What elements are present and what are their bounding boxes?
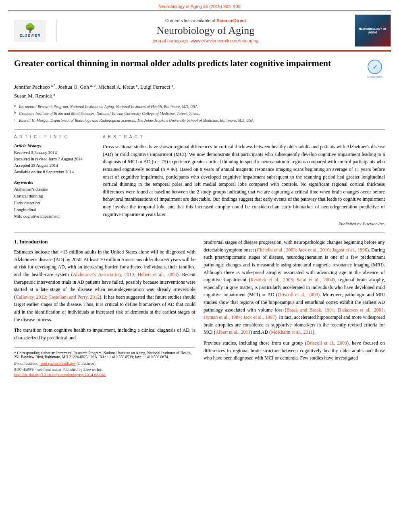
affiliation-a: a Intramural Research Program, National … <box>14 104 385 110</box>
keyword-mci: Mild cognitive impairment <box>14 213 95 220</box>
affiliation-b: b Graduate Institute of Brain and Mind S… <box>14 110 385 116</box>
header-divider <box>8 50 391 52</box>
aff-text-b: Graduate Institute of Brain and Mind Sci… <box>19 110 200 116</box>
elsevier-text: ELSEVIER <box>19 33 41 37</box>
journal-cover-text: NEUROBIOLOGY OF AGING <box>355 25 391 36</box>
aff-text-a: Intramural Research Program, National In… <box>19 104 197 110</box>
abstract-footer: Published by Elsevier Inc. <box>103 221 385 226</box>
page: Neurobiology of Aging 36 (2015) 903–908 … <box>0 0 399 532</box>
aff-sup-c: c <box>14 117 19 123</box>
intro-title: Introduction <box>19 239 48 245</box>
right-paragraph-1: prodromal stages of disease progression,… <box>204 239 385 336</box>
aff-sup-b: b <box>14 110 19 116</box>
sciencedirect-link[interactable]: ScienceDirect <box>217 18 246 23</box>
sciencedirect-line: Contents lists available at ScienceDirec… <box>165 18 246 23</box>
ref-braak[interactable]: Braak and Braak, 1991; Dickerson et al.,… <box>204 307 385 320</box>
header-center: Contents lists available at ScienceDirec… <box>60 18 351 43</box>
ref-alzheimers[interactable]: Alzheimer's Association, 2010; Hebert et… <box>73 272 177 277</box>
ref-albert[interactable]: Albert et al., 2011 <box>216 329 251 335</box>
author-michael: Michael A. Kraut c, <box>98 84 139 90</box>
journal-homepage-text: journal homepage: www.elsevier.com/locat… <box>153 38 258 43</box>
article-history-title: Article history: <box>14 143 95 148</box>
article-info-col: A R T I C L E I N F O Article history: R… <box>14 135 95 226</box>
email-label: E-mail address: <box>14 362 39 366</box>
aff-text-c: Russell H. Morgan Department of Radiolog… <box>19 117 254 123</box>
right-paragraph-2: Previous studies, including those from o… <box>204 339 385 362</box>
main-content: Greater cortical thinning in normal olde… <box>0 58 399 385</box>
authors: Jennifer Pacheco a,*, Joshua O. Goh a, b… <box>14 83 385 100</box>
email-suffix: (J. Pacheco). <box>77 362 96 366</box>
sciencedirect-pre: Contents lists available at <box>165 18 217 23</box>
author-luigi: Luigi Ferrucci a, <box>140 84 175 90</box>
keywords-section: Keywords: Alzheimer's disease Cortical t… <box>14 180 95 220</box>
journal-title: Neurobiology of Aging <box>157 25 255 37</box>
journal-cover-image: NEUROBIOLOGY OF AGING <box>355 15 391 47</box>
journal-homepage: journal homepage: www.elsevier.com/locat… <box>153 38 258 43</box>
elsevier-logo: 🌳 ELSEVIER <box>8 20 56 42</box>
corresponding-author-note: * Corresponding author at: Intramural Re… <box>14 351 195 359</box>
footnotes: * Corresponding author at: Intramural Re… <box>14 347 195 377</box>
issn-line: 0197-4580/$ – see front matter Published… <box>14 367 195 372</box>
article-title: Greater cortical thinning in normal olde… <box>14 58 359 69</box>
body-content: 1. Introduction Estimates indicate that … <box>14 239 385 377</box>
email-address[interactable]: jenni.pacheco@nih.gov <box>39 362 76 366</box>
section-divider <box>14 232 385 233</box>
keyword-cortical: Cortical thinning <box>14 193 95 200</box>
affiliation-c: c Russell H. Morgan Department of Radiol… <box>14 117 385 123</box>
ref-chételat[interactable]: Chételat et al., 2003; Jack et al., 2010… <box>257 247 367 253</box>
header-inner: 🌳 ELSEVIER Contents lists available at S… <box>8 10 391 50</box>
page-header: Neurobiology of Aging 36 (2015) 903–908 … <box>0 0 399 58</box>
article-title-section: Greater cortical thinning in normal olde… <box>14 58 385 79</box>
elsevier-tree-icon: 🌳 <box>25 24 35 33</box>
ref-mckhann[interactable]: McKhann et al., 2011 <box>271 329 313 335</box>
journal-ref-top: Neurobiology of Aging 36 (2015) 903–908 <box>158 4 241 9</box>
body-right-col: prodromal stages of disease progression,… <box>204 239 385 377</box>
aff-sup-a: a <box>14 104 19 110</box>
affiliations: a Intramural Research Program, National … <box>14 104 385 123</box>
keywords-title: Keywords: <box>14 180 95 185</box>
abstract-heading: A B S T R A C T <box>103 135 385 139</box>
article-history: Article history: Received 3 January 2014… <box>14 143 95 175</box>
intro-number: 1. <box>14 239 18 245</box>
intro-paragraph-2: The transition from cognitive health to … <box>14 326 195 341</box>
article-info-abstract: A R T I C L E I N F O Article history: R… <box>14 129 385 226</box>
ref-resnick[interactable]: Resnick et al., 2003; Salat et al., 2004 <box>251 277 333 283</box>
revised-date: Received in revised form 7 August 2014 <box>14 156 95 162</box>
ref-driscoll2[interactable]: Driscoll et al., 2009 <box>306 340 347 346</box>
article-info-heading: A R T I C L E I N F O <box>14 135 95 139</box>
crossmark[interactable]: ✓ CrossMark <box>365 60 385 79</box>
ref-callaway[interactable]: Callaway, 2012; Castellani and Perry, 20… <box>16 294 100 300</box>
intro-section-title: 1. Introduction <box>14 239 195 245</box>
author-jennifer: Jennifer Pacheco a,*, <box>14 84 57 90</box>
author-joshua: Joshua O. Goh a, b, <box>58 84 97 90</box>
body-left-col: 1. Introduction Estimates indicate that … <box>14 239 195 377</box>
keyword-alzheimers: Alzheimer's disease <box>14 186 95 193</box>
ref-driscoll[interactable]: Driscoll et al., 2009 <box>278 292 318 297</box>
accepted-date: Accepted 28 August 2014 <box>14 162 95 169</box>
author-susan: Susan M. Resnick a <box>14 93 55 99</box>
crossmark-icon: ✓ <box>368 60 382 74</box>
elsevier-box: 🌳 ELSEVIER <box>14 20 46 42</box>
crossmark-label: CrossMark <box>367 75 383 79</box>
abstract-text: Cross-sectional studies have shown regio… <box>103 143 385 218</box>
received-date: Received 3 January 2014 <box>14 150 95 156</box>
intro-paragraph-1: Estimates indicate that >13 million adul… <box>14 248 195 323</box>
abstract-col: A B S T R A C T Cross-sectional studies … <box>103 135 385 226</box>
keyword-longitudinal: Longitudinal <box>14 207 95 214</box>
email-footnote: E-mail address: jenni.pacheco@nih.gov (J… <box>14 361 195 366</box>
doi-link[interactable]: http://dx.doi.org/10.1016/j.neurobiolagi… <box>14 372 195 377</box>
available-date: Available online 6 September 2014 <box>14 169 95 175</box>
keyword-early: Early detection <box>14 200 95 207</box>
